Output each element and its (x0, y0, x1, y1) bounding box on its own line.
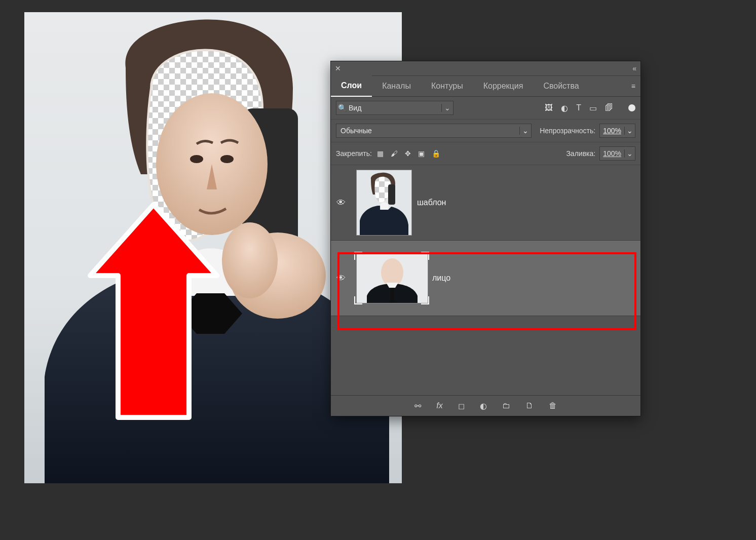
filter-text-icon[interactable]: T (576, 103, 581, 112)
svg-point-5 (222, 222, 278, 298)
search-icon: 🔍 (336, 104, 348, 112)
lock-label: Закрепить: (336, 149, 372, 158)
fill-input[interactable]: 100% ⌄ (599, 146, 635, 161)
adjustment-icon[interactable]: ◐ (480, 401, 487, 411)
tab-paths[interactable]: Контуры (421, 76, 473, 96)
chevron-down-icon[interactable]: ⌄ (519, 127, 531, 135)
opacity-input[interactable]: 100% ⌄ (599, 124, 635, 138)
fill-label: Заливка: (566, 149, 595, 158)
chevron-down-icon[interactable]: ⌄ (624, 127, 635, 135)
layer-thumbnail[interactable] (356, 254, 427, 302)
fill-value: 100% (600, 149, 624, 158)
fx-icon[interactable]: fx (436, 401, 442, 410)
filter-kind-label: Вид (348, 104, 441, 112)
new-layer-icon[interactable]: 🗋 (525, 401, 534, 410)
close-icon[interactable]: ✕ (335, 64, 341, 72)
layers-panel: ✕ « Слои Каналы Контуры Коррекция Свойст… (330, 61, 641, 416)
lock-brush-icon[interactable]: 🖌 (391, 149, 398, 158)
collapse-icon[interactable]: « (632, 64, 636, 72)
group-icon[interactable]: 🗀 (502, 401, 510, 410)
opacity-label: Непрозрачность: (540, 127, 595, 135)
layer-name[interactable]: лицо (432, 274, 450, 283)
chevron-down-icon[interactable]: ⌄ (441, 104, 453, 112)
svg-rect-10 (388, 184, 395, 205)
delete-icon[interactable]: 🗑 (549, 401, 557, 410)
filter-adjust-icon[interactable]: ◐ (561, 103, 568, 113)
tab-properties[interactable]: Свойства (533, 76, 589, 96)
blend-mode-select[interactable]: Обычные ⌄ (336, 124, 532, 138)
lock-icons: ▦ 🖌 ✥ ▣ 🔒 (377, 149, 440, 158)
panel-titlebar[interactable]: ✕ « (331, 61, 640, 76)
svg-point-7 (190, 155, 203, 163)
lock-position-icon[interactable]: ✥ (405, 149, 411, 158)
tab-adjustments[interactable]: Коррекция (473, 76, 534, 96)
visibility-toggle[interactable]: 👁 (331, 273, 351, 284)
lock-row: Закрепить: ▦ 🖌 ✥ ▣ 🔒 Заливка: 100% ⌄ (331, 142, 640, 165)
svg-point-11 (381, 258, 403, 287)
panel-menu-icon[interactable]: ≡ (626, 82, 640, 90)
filter-row: 🔍 Вид ⌄ 🖼 ◐ T ▭ 🗐 (331, 97, 640, 120)
layers-list: 👁 шаблон 👁 (331, 165, 640, 395)
svg-point-8 (220, 155, 234, 163)
layer-row[interactable]: 👁 лицо (331, 241, 640, 316)
lock-pixels-icon[interactable]: ▦ (377, 149, 384, 158)
filter-shape-icon[interactable]: ▭ (589, 103, 597, 113)
layer-filter-kind[interactable]: 🔍 Вид ⌄ (336, 101, 453, 115)
lock-artboard-icon[interactable]: ▣ (418, 149, 425, 158)
layers-bottom-bar: ⚯ fx ◻ ◐ 🗀 🗋 🗑 (331, 395, 640, 416)
blend-row: Обычные ⌄ Непрозрачность: 100% ⌄ (331, 120, 640, 142)
app-stage: ✕ « Слои Каналы Контуры Коррекция Свойст… (0, 0, 756, 540)
mask-icon[interactable]: ◻ (458, 401, 465, 411)
filter-image-icon[interactable]: 🖼 (545, 103, 553, 112)
opacity-value: 100% (600, 127, 624, 135)
layer-thumbnail[interactable] (356, 170, 412, 236)
link-layers-icon[interactable]: ⚯ (414, 401, 421, 411)
layer-name[interactable]: шаблон (417, 198, 446, 207)
lock-all-icon[interactable]: 🔒 (432, 149, 440, 158)
layer-row[interactable]: 👁 шаблон (331, 165, 640, 241)
blend-mode-value: Обычные (336, 127, 519, 135)
filter-smart-icon[interactable]: 🗐 (605, 103, 613, 112)
filter-toggle[interactable] (628, 104, 635, 111)
tab-channels[interactable]: Каналы (372, 76, 421, 96)
filter-type-icons: 🖼 ◐ T ▭ 🗐 (545, 103, 635, 113)
chevron-down-icon[interactable]: ⌄ (624, 149, 635, 158)
panel-tabs: Слои Каналы Контуры Коррекция Свойства ≡ (331, 76, 640, 97)
tab-layers[interactable]: Слои (331, 75, 372, 97)
visibility-toggle[interactable]: 👁 (331, 198, 351, 208)
